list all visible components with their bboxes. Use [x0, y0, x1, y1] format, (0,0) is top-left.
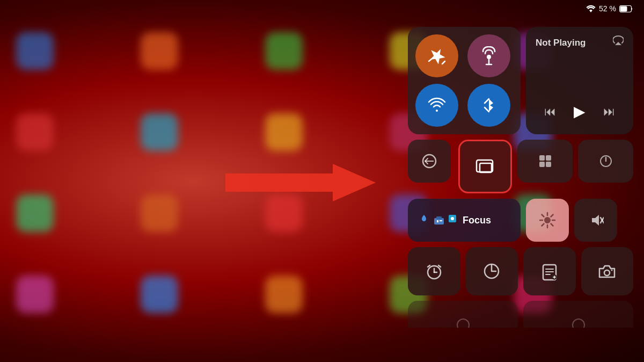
svg-rect-9	[480, 163, 492, 172]
row-connectivity-media: Not Playing ⏮ ▶ ⏭	[408, 27, 633, 134]
svg-point-47	[611, 270, 613, 271]
svg-line-29	[551, 215, 553, 217]
svg-line-27	[542, 215, 544, 217]
row-focus: Focus	[408, 199, 633, 242]
note-widget-button[interactable]	[523, 247, 576, 295]
svg-point-22	[544, 217, 551, 223]
small-left-button[interactable]	[408, 140, 451, 183]
not-playing-label: Not Playing	[536, 38, 586, 48]
row-partial-bottom	[408, 301, 633, 328]
screen-mirror-button[interactable]	[458, 140, 512, 193]
small-right-col	[517, 140, 633, 193]
focus-icons	[418, 214, 457, 227]
status-bar: 52 %	[586, 4, 633, 13]
screen-time-button[interactable]	[466, 247, 518, 295]
svg-point-49	[573, 319, 584, 328]
camera-button[interactable]	[581, 247, 634, 295]
hotspot-button[interactable]	[467, 34, 510, 77]
small-sq-1[interactable]	[517, 140, 573, 183]
battery-text: 52 %	[599, 4, 616, 13]
svg-rect-1	[620, 6, 627, 11]
svg-point-46	[604, 270, 610, 276]
brightness-button[interactable]	[526, 199, 569, 242]
svg-marker-2	[225, 164, 376, 201]
row-mid	[408, 140, 633, 193]
svg-rect-17	[436, 216, 442, 219]
arrow-annotation	[225, 164, 376, 201]
airplay-icon[interactable]	[613, 35, 624, 45]
mute-button[interactable]	[574, 199, 617, 242]
bluetooth-button[interactable]	[467, 84, 510, 127]
svg-rect-19	[440, 220, 442, 221]
svg-rect-13	[546, 162, 551, 167]
row-bottom-controls	[408, 247, 633, 295]
focus-panel[interactable]: Focus	[408, 199, 521, 242]
wifi-button[interactable]	[415, 84, 458, 127]
battery-icon	[619, 5, 633, 12]
svg-line-37	[438, 265, 441, 267]
svg-line-36	[428, 265, 430, 267]
connectivity-panel	[408, 27, 521, 134]
svg-rect-12	[539, 162, 545, 167]
svg-line-28	[551, 224, 553, 226]
focus-label: Focus	[463, 215, 491, 226]
small-btn-row-top	[517, 140, 633, 183]
airplane-mode-button[interactable]	[415, 34, 458, 77]
media-controls: ⏮ ▶ ⏭	[536, 99, 624, 126]
fast-forward-button[interactable]: ⏭	[598, 102, 620, 122]
svg-point-48	[457, 319, 469, 328]
svg-rect-10	[539, 155, 545, 161]
alarm-button[interactable]	[408, 247, 460, 295]
media-player-panel: Not Playing ⏮ ▶ ⏭	[526, 27, 633, 134]
svg-point-21	[451, 217, 454, 220]
svg-rect-18	[437, 220, 438, 222]
media-top: Not Playing	[536, 35, 624, 48]
control-center: Not Playing ⏮ ▶ ⏭	[408, 27, 633, 328]
rewind-button[interactable]: ⏮	[539, 102, 561, 122]
svg-line-30	[542, 224, 544, 226]
small-sq-2[interactable]	[578, 140, 633, 183]
partial-btn-2[interactable]	[523, 301, 633, 328]
wifi-status-icon	[586, 5, 596, 12]
play-button[interactable]: ▶	[568, 99, 591, 124]
svg-rect-8	[477, 160, 493, 172]
svg-rect-11	[546, 155, 551, 161]
partial-btn-1[interactable]	[408, 301, 518, 328]
